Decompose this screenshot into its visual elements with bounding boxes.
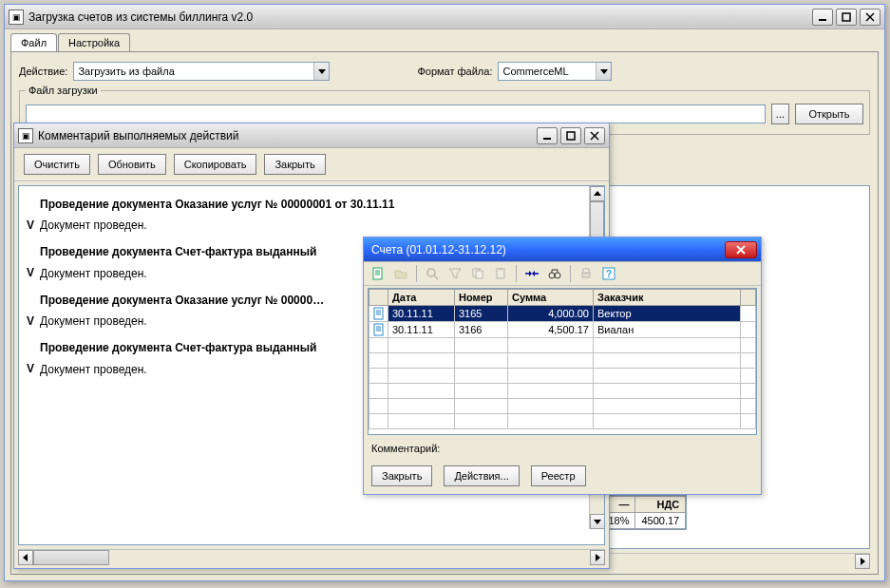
comments-toolbar: Очистить Обновить Скопировать Закрыть (14, 148, 609, 181)
format-value: CommerceML (502, 66, 568, 77)
svg-point-22 (427, 269, 435, 276)
svg-rect-27 (499, 268, 502, 270)
table-row-empty (369, 414, 756, 429)
cell-number: 3165 (455, 306, 508, 322)
paste-icon[interactable] (492, 265, 509, 282)
svg-marker-4 (318, 69, 326, 74)
accounts-grid[interactable]: Дата Номер Сумма Заказчик 30.11.1131654,… (368, 288, 757, 435)
accounts-close-button[interactable]: Закрыть (371, 465, 432, 486)
accounts-title: Счета (01.01.12-31.12.12) (368, 243, 725, 256)
log-entry: Проведение документа Оказание услуг № 00… (27, 198, 596, 232)
col-number[interactable]: Номер (455, 290, 508, 306)
comments-horizontal-scrollbar[interactable] (18, 549, 605, 564)
new-doc-icon[interactable] (369, 265, 387, 282)
col-scroll (741, 290, 756, 306)
svg-point-32 (549, 273, 555, 278)
svg-rect-18 (373, 268, 382, 279)
comments-titlebar[interactable]: ▣ Комментарий выполняемых действий (14, 123, 609, 148)
refresh-button[interactable]: Обновить (98, 154, 166, 175)
table-row-empty (369, 384, 756, 399)
scroll-left-icon[interactable] (18, 550, 33, 565)
cell-pad (741, 306, 756, 322)
maximize-button[interactable] (836, 9, 857, 26)
accounts-toolbar: ? (364, 262, 761, 286)
svg-marker-15 (596, 554, 600, 561)
binoculars-icon[interactable] (546, 265, 563, 282)
accounts-registry-button[interactable]: Реестр (531, 465, 586, 486)
svg-marker-31 (532, 271, 535, 276)
scroll-right-icon[interactable] (855, 554, 870, 569)
svg-rect-35 (583, 269, 589, 273)
col-date[interactable]: Дата (388, 290, 455, 306)
row-doc-icon (369, 306, 388, 322)
file-path-input[interactable] (26, 104, 766, 123)
cell-date: 30.11.11 (388, 306, 455, 322)
log-header: Проведение документа Оказание услуг № 00… (40, 198, 596, 211)
comments-close-button[interactable]: Закрыть (264, 154, 325, 175)
close-button[interactable] (584, 127, 605, 144)
accounts-window: Счета (01.01.12-31.12.12) ? (363, 237, 762, 495)
action-value: Загрузить из файла (78, 66, 174, 77)
close-button[interactable] (725, 241, 757, 258)
accounts-actions-button[interactable]: Действия... (444, 465, 519, 486)
chevron-down-icon (313, 63, 329, 80)
col-icon[interactable] (369, 290, 388, 306)
browse-button[interactable]: ... (771, 104, 789, 124)
cell-customer: Виалан (594, 322, 741, 338)
tab-settings[interactable]: Настройка (58, 33, 130, 51)
search-icon[interactable] (424, 265, 441, 282)
svg-marker-12 (594, 191, 601, 196)
accounts-comment-label: Комментарий: (371, 443, 440, 454)
svg-text:?: ? (606, 269, 612, 279)
maximize-button[interactable] (560, 127, 581, 144)
minimize-button[interactable] (812, 9, 833, 26)
log-message: Документ проведен. (40, 218, 596, 232)
expand-horiz-icon[interactable] (523, 265, 540, 282)
svg-marker-14 (23, 554, 28, 561)
tab-file[interactable]: Файл (10, 33, 57, 51)
row-doc-icon (369, 322, 388, 338)
copy-icon[interactable] (469, 265, 486, 282)
svg-rect-26 (497, 269, 504, 278)
close-button[interactable] (860, 9, 881, 26)
action-label: Действие: (19, 66, 67, 77)
copy-button[interactable]: Скопировать (174, 154, 257, 175)
cell-customer: Вектор (594, 306, 741, 322)
table-row[interactable]: 30.11.1131664,500.17Виалан (369, 322, 756, 338)
svg-marker-29 (529, 271, 532, 276)
comments-title: Комментарий выполняемых действий (38, 129, 537, 142)
clear-button[interactable]: Очистить (24, 154, 90, 175)
col-customer[interactable]: Заказчик (594, 290, 741, 306)
table-row-empty (369, 369, 756, 384)
action-dropdown[interactable]: Загрузить из файла (73, 62, 330, 81)
col-sum[interactable]: Сумма (508, 290, 594, 306)
table-row[interactable]: 30.11.1131654,000.00Вектор (369, 306, 756, 322)
svg-rect-9 (567, 132, 575, 140)
table-row-empty (369, 399, 756, 414)
app-icon: ▣ (18, 128, 33, 143)
svg-marker-7 (861, 558, 865, 565)
accounts-titlebar[interactable]: Счета (01.01.12-31.12.12) (364, 237, 761, 262)
check-icon: V (27, 218, 34, 232)
accounts-footer: Комментарий: Закрыть Действия... Реестр (364, 437, 761, 494)
folder-icon[interactable] (392, 265, 409, 282)
peek-col-3: НДС (635, 497, 686, 513)
file-load-legend: Файл загрузки (26, 85, 101, 96)
table-row-empty (369, 353, 756, 369)
open-button[interactable]: Открыть (795, 104, 863, 124)
svg-line-23 (434, 275, 438, 279)
cell-date: 30.11.11 (388, 322, 455, 338)
svg-rect-42 (374, 324, 383, 335)
scroll-right-icon[interactable] (590, 550, 605, 565)
svg-marker-5 (600, 69, 608, 74)
minimize-button[interactable] (537, 127, 558, 144)
format-dropdown[interactable]: CommerceML (498, 62, 612, 81)
svg-point-33 (555, 273, 560, 278)
app-icon: ▣ (9, 9, 24, 25)
main-titlebar[interactable]: ▣ Загрузка счетов из системы биллинга v2… (5, 5, 884, 29)
help-icon[interactable]: ? (600, 265, 617, 282)
filter-icon[interactable] (446, 265, 464, 282)
svg-rect-25 (476, 271, 483, 278)
chevron-down-icon (596, 63, 611, 80)
print-icon[interactable] (578, 265, 595, 282)
